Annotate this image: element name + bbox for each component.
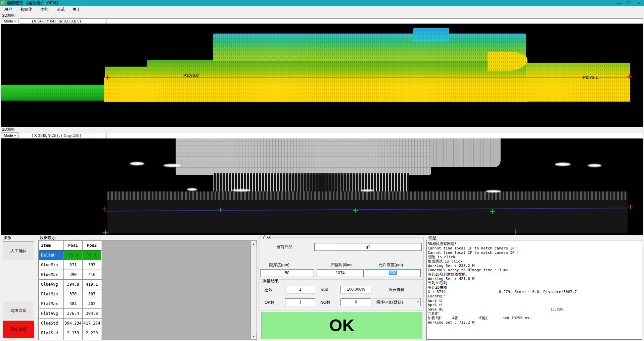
yield-input[interactable]: 100.000%: [340, 286, 371, 293]
scan-time-label: 扫描时间ms:: [331, 263, 353, 267]
allowed-thickness-input[interactable]: 500: [365, 269, 421, 277]
window-title: 测膜程序 【当前用户: OEM】: [7, 0, 60, 6]
cell-pos1: 394.234: [64, 319, 83, 328]
table-row[interactable]: FlatStd 2.139 2.229: [39, 328, 102, 338]
glue-blob: [232, 189, 250, 191]
camera2d-mode-bar: Mode ▾ ( X 3145, Y 28 ) : ( Gray 255 ): [1, 132, 643, 138]
cell-pos1: 384: [64, 299, 83, 308]
log-line: Cannot find local IF to match camera IP …: [427, 246, 642, 250]
log-line: 集成调试 is click: [427, 259, 642, 264]
cell-item: X: [39, 338, 64, 340]
cell-pos2: 417.274: [83, 319, 101, 328]
column-header-pos2: Pos2: [83, 241, 101, 250]
table-row[interactable]: GlueMin 371 397: [39, 260, 102, 270]
crosshair-marker: [105, 75, 110, 80]
table-scrollbar[interactable]: ▲ ▼: [250, 241, 257, 339]
manual-confirm-button[interactable]: 人工确认: [3, 241, 34, 260]
mode-button-label: Mode: [4, 19, 13, 23]
menu-item[interactable]: 关于: [68, 6, 85, 13]
scroll-up-icon[interactable]: ▲: [251, 241, 257, 246]
menu-item[interactable]: 用户: [0, 6, 16, 13]
chevron-down-icon: ▾: [14, 20, 16, 23]
log-line: Working Set : 712.2 M: [427, 320, 642, 325]
mode-dropdown-button[interactable]: Mode ▾: [1, 18, 18, 24]
redaction-blob: [487, 316, 503, 320]
camera2d-status-box-2: [93, 133, 106, 138]
cell-pos2: 397: [83, 260, 101, 270]
scan-time-input[interactable]: 1074: [317, 269, 364, 277]
minimize-icon[interactable]: —: [614, 0, 624, 6]
crosshair-marker: [218, 208, 223, 212]
menu-item[interactable]: 调试: [52, 6, 68, 13]
log-line: CameraLV array to HImage time : 3 ms: [427, 268, 642, 272]
crosshair-marker: [102, 207, 106, 211]
glue-blob: [130, 162, 144, 165]
crosshair-marker: [103, 230, 108, 235]
scroll-down-icon[interactable]: ▼: [251, 334, 257, 339]
film-thickness-input[interactable]: 50: [260, 269, 314, 277]
close-icon[interactable]: ✕: [634, 0, 644, 6]
cell-pos1: 394.8: [64, 280, 83, 289]
table-row[interactable]: FlatMin 370 387: [39, 289, 102, 299]
crosshair-marker: [353, 208, 358, 213]
pcb-right-tab: [430, 138, 500, 167]
menu-item[interactable]: 功能: [36, 6, 52, 13]
table-row[interactable]: FlatMax 384 403: [39, 299, 102, 309]
cell-pos1: 371: [64, 260, 83, 270]
camera2d-pixel-status: ( X 3145, Y 28 ) : ( Gray 255 ): [20, 133, 93, 138]
language-select-label: 语言选择: [388, 287, 405, 292]
table-row[interactable]: FlatAvg 376.4 394.8: [39, 309, 102, 319]
mode-dropdown-button[interactable]: Mode ▾: [1, 132, 18, 138]
app-icon: [1, 1, 5, 5]
menu-bar: 用户初始化功能调试关于: [0, 6, 644, 13]
glue-blob: [588, 164, 601, 167]
cell-pos2: 416: [83, 270, 101, 279]
crosshair-marker: [490, 209, 495, 214]
cell-pos2: 419.1: [83, 280, 101, 289]
redaction-blob: [460, 316, 479, 320]
table-row[interactable]: X 2583.5 7966.7: [39, 338, 102, 340]
camera3d-label: 3D相机: [2, 13, 15, 18]
status-banner: OK: [261, 312, 422, 339]
cell-item: GlueAvg: [39, 280, 64, 289]
maximize-icon[interactable]: ❐: [624, 0, 634, 6]
language-select[interactable]: 简体中文(默认) ▾: [373, 298, 421, 306]
language-select-value: 简体中文(默认): [376, 300, 403, 304]
log-line: Working Set : 223.2 M: [427, 264, 642, 268]
cell-pos2: 2.229: [83, 328, 101, 338]
results-group-title: 测量结果: [262, 279, 280, 283]
pcb-image: [176, 138, 431, 175]
total-input[interactable]: 1: [285, 286, 315, 293]
table-row[interactable]: GlueMax 390 416: [39, 270, 102, 280]
chevron-down-icon: ▾: [14, 134, 16, 137]
cell-item: FlatAvg: [39, 309, 64, 318]
operation-label: 操作: [3, 235, 11, 240]
product-group-title: 产品: [262, 235, 272, 240]
log-line: 等到3D取到灰度图数据。: [427, 272, 642, 277]
camera3d-viewport[interactable]: P1:63.8 P2:71.1: [1, 24, 643, 127]
application-window: 测膜程序 【当前用户: OEM】 — ❐ ✕ 用户初始化功能调试关于 3D相机 …: [0, 0, 644, 341]
selected-text: 500: [389, 271, 397, 275]
cell-pos2: 71.1: [83, 250, 101, 260]
cell-pos2: 403: [83, 299, 101, 308]
ok-count-input[interactable]: 1: [285, 298, 315, 306]
info-log-panel[interactable]: 3D相机没有网络!Cannot find local IF to match c…: [426, 240, 642, 340]
camera3d-pixel-status: (X 5473,Y 84) : (R 0,G 0,B 0): [20, 18, 93, 24]
menu-item[interactable]: 初始化: [16, 6, 36, 13]
log-line: Cannot find local IF to match camera IP …: [427, 250, 642, 255]
table-row[interactable]: GlueAvg 394.8 419.1: [39, 280, 102, 289]
p2-measurement-label: P2:71.1: [583, 75, 598, 80]
camera2d-viewport[interactable]: [1, 138, 643, 235]
stop-listen-button[interactable]: 停止监听: [3, 321, 34, 338]
table-row[interactable]: DeltaH 63.8 71.1: [39, 250, 102, 260]
cell-pos1: 2.139: [64, 328, 83, 338]
ng-count-input[interactable]: 0: [340, 298, 371, 306]
network-listen-button[interactable]: 网络监听: [3, 302, 34, 319]
redaction-blob: [448, 283, 498, 296]
camera3d-status-box-2: [93, 18, 106, 24]
table-row[interactable]: GlueStd 394.234 417.274: [39, 319, 102, 328]
camera2d-status-box-3: [106, 133, 643, 138]
ok-count-label: OK数:: [265, 300, 276, 305]
cell-item: FlatMax: [39, 299, 64, 308]
cell-item: FlatStd: [39, 328, 64, 338]
